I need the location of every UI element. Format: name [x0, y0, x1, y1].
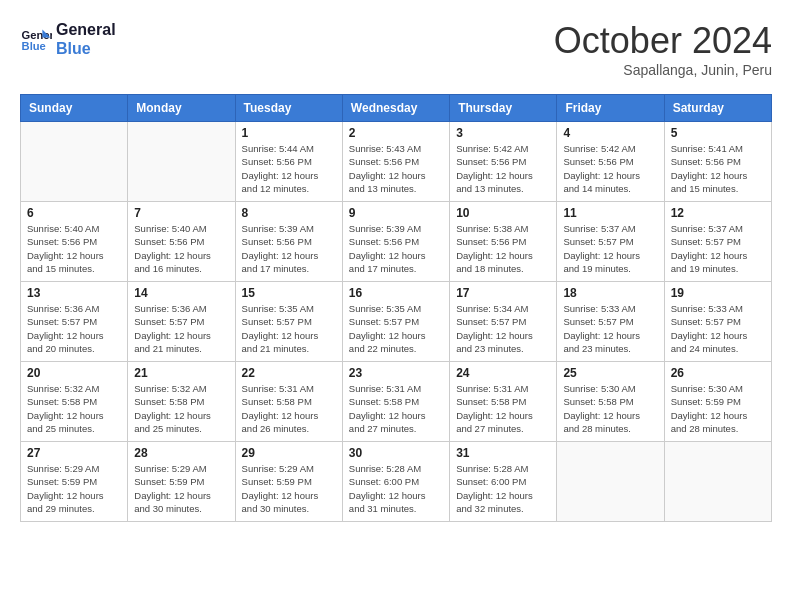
calendar-cell: 16Sunrise: 5:35 AM Sunset: 5:57 PM Dayli…: [342, 282, 449, 362]
calendar-cell: 11Sunrise: 5:37 AM Sunset: 5:57 PM Dayli…: [557, 202, 664, 282]
day-info: Sunrise: 5:38 AM Sunset: 5:56 PM Dayligh…: [456, 222, 550, 275]
calendar-cell: 22Sunrise: 5:31 AM Sunset: 5:58 PM Dayli…: [235, 362, 342, 442]
calendar-cell: 7Sunrise: 5:40 AM Sunset: 5:56 PM Daylig…: [128, 202, 235, 282]
day-info: Sunrise: 5:40 AM Sunset: 5:56 PM Dayligh…: [134, 222, 228, 275]
day-number: 9: [349, 206, 443, 220]
calendar-cell: 18Sunrise: 5:33 AM Sunset: 5:57 PM Dayli…: [557, 282, 664, 362]
calendar-cell: 27Sunrise: 5:29 AM Sunset: 5:59 PM Dayli…: [21, 442, 128, 522]
day-info: Sunrise: 5:32 AM Sunset: 5:58 PM Dayligh…: [134, 382, 228, 435]
day-number: 16: [349, 286, 443, 300]
calendar-cell: 25Sunrise: 5:30 AM Sunset: 5:58 PM Dayli…: [557, 362, 664, 442]
col-header-saturday: Saturday: [664, 95, 771, 122]
day-number: 22: [242, 366, 336, 380]
calendar-cell: 24Sunrise: 5:31 AM Sunset: 5:58 PM Dayli…: [450, 362, 557, 442]
calendar-cell: 28Sunrise: 5:29 AM Sunset: 5:59 PM Dayli…: [128, 442, 235, 522]
day-info: Sunrise: 5:44 AM Sunset: 5:56 PM Dayligh…: [242, 142, 336, 195]
day-number: 7: [134, 206, 228, 220]
day-info: Sunrise: 5:29 AM Sunset: 5:59 PM Dayligh…: [134, 462, 228, 515]
day-info: Sunrise: 5:28 AM Sunset: 6:00 PM Dayligh…: [349, 462, 443, 515]
logo-general-text: General: [56, 20, 116, 39]
calendar-cell: 9Sunrise: 5:39 AM Sunset: 5:56 PM Daylig…: [342, 202, 449, 282]
day-info: Sunrise: 5:29 AM Sunset: 5:59 PM Dayligh…: [242, 462, 336, 515]
calendar-cell: 4Sunrise: 5:42 AM Sunset: 5:56 PM Daylig…: [557, 122, 664, 202]
day-number: 11: [563, 206, 657, 220]
calendar-cell: 19Sunrise: 5:33 AM Sunset: 5:57 PM Dayli…: [664, 282, 771, 362]
day-info: Sunrise: 5:31 AM Sunset: 5:58 PM Dayligh…: [242, 382, 336, 435]
day-info: Sunrise: 5:35 AM Sunset: 5:57 PM Dayligh…: [349, 302, 443, 355]
day-number: 18: [563, 286, 657, 300]
day-info: Sunrise: 5:37 AM Sunset: 5:57 PM Dayligh…: [563, 222, 657, 275]
day-number: 14: [134, 286, 228, 300]
month-title: October 2024: [554, 20, 772, 62]
calendar-cell: 1Sunrise: 5:44 AM Sunset: 5:56 PM Daylig…: [235, 122, 342, 202]
day-number: 23: [349, 366, 443, 380]
day-info: Sunrise: 5:29 AM Sunset: 5:59 PM Dayligh…: [27, 462, 121, 515]
calendar-cell: [21, 122, 128, 202]
day-number: 27: [27, 446, 121, 460]
calendar-cell: 13Sunrise: 5:36 AM Sunset: 5:57 PM Dayli…: [21, 282, 128, 362]
day-number: 24: [456, 366, 550, 380]
day-info: Sunrise: 5:30 AM Sunset: 5:58 PM Dayligh…: [563, 382, 657, 435]
calendar-cell: 8Sunrise: 5:39 AM Sunset: 5:56 PM Daylig…: [235, 202, 342, 282]
page-header: General Blue General Blue October 2024 S…: [20, 20, 772, 78]
calendar-week-row: 1Sunrise: 5:44 AM Sunset: 5:56 PM Daylig…: [21, 122, 772, 202]
day-info: Sunrise: 5:33 AM Sunset: 5:57 PM Dayligh…: [563, 302, 657, 355]
day-info: Sunrise: 5:31 AM Sunset: 5:58 PM Dayligh…: [349, 382, 443, 435]
location-text: Sapallanga, Junin, Peru: [554, 62, 772, 78]
day-number: 20: [27, 366, 121, 380]
day-info: Sunrise: 5:34 AM Sunset: 5:57 PM Dayligh…: [456, 302, 550, 355]
calendar-cell: 17Sunrise: 5:34 AM Sunset: 5:57 PM Dayli…: [450, 282, 557, 362]
calendar-cell: 12Sunrise: 5:37 AM Sunset: 5:57 PM Dayli…: [664, 202, 771, 282]
day-number: 19: [671, 286, 765, 300]
title-area: October 2024 Sapallanga, Junin, Peru: [554, 20, 772, 78]
day-number: 29: [242, 446, 336, 460]
day-number: 15: [242, 286, 336, 300]
calendar-cell: 10Sunrise: 5:38 AM Sunset: 5:56 PM Dayli…: [450, 202, 557, 282]
calendar-cell: 20Sunrise: 5:32 AM Sunset: 5:58 PM Dayli…: [21, 362, 128, 442]
day-info: Sunrise: 5:37 AM Sunset: 5:57 PM Dayligh…: [671, 222, 765, 275]
calendar-cell: [557, 442, 664, 522]
calendar-cell: 14Sunrise: 5:36 AM Sunset: 5:57 PM Dayli…: [128, 282, 235, 362]
day-info: Sunrise: 5:36 AM Sunset: 5:57 PM Dayligh…: [27, 302, 121, 355]
col-header-tuesday: Tuesday: [235, 95, 342, 122]
day-number: 10: [456, 206, 550, 220]
calendar-cell: 23Sunrise: 5:31 AM Sunset: 5:58 PM Dayli…: [342, 362, 449, 442]
day-info: Sunrise: 5:32 AM Sunset: 5:58 PM Dayligh…: [27, 382, 121, 435]
day-number: 12: [671, 206, 765, 220]
day-number: 21: [134, 366, 228, 380]
day-number: 1: [242, 126, 336, 140]
calendar-cell: [128, 122, 235, 202]
day-number: 25: [563, 366, 657, 380]
calendar-cell: 29Sunrise: 5:29 AM Sunset: 5:59 PM Dayli…: [235, 442, 342, 522]
day-number: 13: [27, 286, 121, 300]
logo-icon: General Blue: [20, 23, 52, 55]
calendar-week-row: 6Sunrise: 5:40 AM Sunset: 5:56 PM Daylig…: [21, 202, 772, 282]
col-header-friday: Friday: [557, 95, 664, 122]
day-info: Sunrise: 5:42 AM Sunset: 5:56 PM Dayligh…: [456, 142, 550, 195]
day-info: Sunrise: 5:35 AM Sunset: 5:57 PM Dayligh…: [242, 302, 336, 355]
day-number: 3: [456, 126, 550, 140]
day-number: 17: [456, 286, 550, 300]
calendar-cell: 3Sunrise: 5:42 AM Sunset: 5:56 PM Daylig…: [450, 122, 557, 202]
calendar-header-row: SundayMondayTuesdayWednesdayThursdayFrid…: [21, 95, 772, 122]
day-number: 4: [563, 126, 657, 140]
day-info: Sunrise: 5:36 AM Sunset: 5:57 PM Dayligh…: [134, 302, 228, 355]
calendar-cell: [664, 442, 771, 522]
day-info: Sunrise: 5:39 AM Sunset: 5:56 PM Dayligh…: [242, 222, 336, 275]
svg-text:Blue: Blue: [22, 40, 46, 52]
day-number: 5: [671, 126, 765, 140]
day-info: Sunrise: 5:42 AM Sunset: 5:56 PM Dayligh…: [563, 142, 657, 195]
day-number: 31: [456, 446, 550, 460]
day-number: 8: [242, 206, 336, 220]
day-info: Sunrise: 5:39 AM Sunset: 5:56 PM Dayligh…: [349, 222, 443, 275]
day-number: 28: [134, 446, 228, 460]
calendar-week-row: 20Sunrise: 5:32 AM Sunset: 5:58 PM Dayli…: [21, 362, 772, 442]
col-header-thursday: Thursday: [450, 95, 557, 122]
calendar-cell: 2Sunrise: 5:43 AM Sunset: 5:56 PM Daylig…: [342, 122, 449, 202]
day-info: Sunrise: 5:28 AM Sunset: 6:00 PM Dayligh…: [456, 462, 550, 515]
col-header-wednesday: Wednesday: [342, 95, 449, 122]
calendar-cell: 30Sunrise: 5:28 AM Sunset: 6:00 PM Dayli…: [342, 442, 449, 522]
day-info: Sunrise: 5:33 AM Sunset: 5:57 PM Dayligh…: [671, 302, 765, 355]
day-info: Sunrise: 5:41 AM Sunset: 5:56 PM Dayligh…: [671, 142, 765, 195]
day-number: 26: [671, 366, 765, 380]
